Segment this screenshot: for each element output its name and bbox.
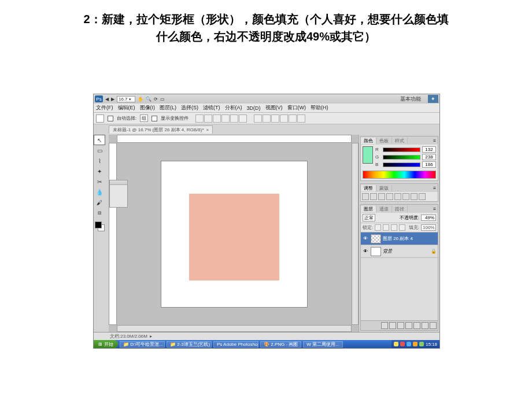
layer-mask-icon[interactable] <box>397 322 404 329</box>
lock-position-icon[interactable] <box>391 224 397 231</box>
layer-fx-icon[interactable] <box>389 322 396 329</box>
foreground-color-swatch[interactable] <box>95 221 102 228</box>
lock-pixels-icon[interactable] <box>383 224 389 231</box>
zoom-tool-icon[interactable]: 🔍 <box>146 97 152 102</box>
visibility-icon[interactable]: 👁 <box>362 236 369 241</box>
tab-color[interactable]: 颜色 <box>361 138 376 144</box>
show-transform-checkbox[interactable] <box>152 116 157 121</box>
fill-value[interactable]: 100% <box>421 224 436 231</box>
document-tab[interactable]: 未标题-1 @ 16.7% (图层 26 副本 4, RGB/8)* × <box>109 125 213 134</box>
menu-file[interactable]: 文件(F) <box>96 104 113 112</box>
b-slider[interactable] <box>383 162 420 167</box>
artboard[interactable] <box>161 161 307 307</box>
panel-menu-icon[interactable]: ≡ <box>431 186 438 191</box>
taskbar-item[interactable]: 🎨 2.PNG - 画图 <box>260 341 301 348</box>
menu-view[interactable]: 视图(V) <box>265 104 283 112</box>
wand-tool[interactable]: ✦ <box>94 166 105 176</box>
clock[interactable]: 15:18 <box>426 342 437 347</box>
g-value[interactable]: 238 <box>422 154 436 160</box>
align-btn-1[interactable] <box>195 114 204 123</box>
adjust-btn[interactable] <box>402 193 409 200</box>
tab-swatches[interactable]: 色板 <box>376 138 392 144</box>
link-layers-icon[interactable] <box>381 322 388 329</box>
layer-name[interactable]: 图层 26 副本 4 <box>383 235 437 242</box>
align-btn-5[interactable] <box>230 114 238 123</box>
align-btn-6[interactable] <box>239 114 247 123</box>
adjust-btn[interactable] <box>378 193 385 200</box>
menu-window[interactable]: 窗口(W) <box>287 104 306 112</box>
adjust-btn[interactable] <box>386 193 393 200</box>
group-icon[interactable] <box>413 322 420 329</box>
adjust-btn[interactable] <box>370 193 377 200</box>
color-preview[interactable] <box>363 146 373 164</box>
menu-filter[interactable]: 滤镜(T) <box>203 104 220 112</box>
menu-analysis[interactable]: 分析(A) <box>225 104 242 112</box>
nav-forward-icon[interactable]: ▶ <box>111 97 114 102</box>
adjust-btn[interactable] <box>411 193 418 200</box>
move-tool[interactable]: ↖ <box>94 135 105 145</box>
workspace-label[interactable]: 基本功能 <box>400 95 421 103</box>
zoom-dropdown[interactable]: 16.7 <box>117 96 135 102</box>
vertical-scrollbar[interactable] <box>352 143 359 325</box>
taskbar-item[interactable]: W 第二周使用... <box>303 341 342 348</box>
r-slider[interactable] <box>383 147 420 152</box>
g-slider[interactable] <box>383 155 420 160</box>
status-dropdown-icon[interactable]: ▸ <box>150 334 152 339</box>
adjust-btn[interactable] <box>394 193 401 200</box>
adjust-btn[interactable] <box>419 193 426 200</box>
hand-tool-icon[interactable]: ✋ <box>138 97 143 102</box>
dist-btn-6[interactable] <box>297 114 305 123</box>
floating-mini-panel[interactable] <box>109 180 128 208</box>
lock-transparency-icon[interactable] <box>375 224 381 231</box>
tray-icon[interactable] <box>407 342 411 346</box>
auto-select-dropdown[interactable]: 组 <box>140 114 148 122</box>
r-value[interactable]: 132 <box>422 146 436 153</box>
crop-tool[interactable]: ✂ <box>94 176 105 187</box>
layer-item-background[interactable]: 👁 背景 🔒 <box>361 245 438 258</box>
opacity-value[interactable]: 49% <box>421 215 436 221</box>
b-value[interactable]: 186 <box>422 161 436 168</box>
tray-icon[interactable] <box>400 342 405 346</box>
close-tab-icon[interactable]: × <box>206 127 209 132</box>
dist-btn-3[interactable] <box>271 114 279 123</box>
menu-help[interactable]: 帮助(H) <box>311 104 328 112</box>
tray-icon[interactable] <box>413 342 418 346</box>
auto-select-checkbox[interactable] <box>108 116 113 121</box>
dist-btn-4[interactable] <box>280 114 288 123</box>
taskbar-item[interactable]: Ps Adobe Photoshop... <box>213 341 258 348</box>
align-btn-3[interactable] <box>213 114 221 123</box>
layer-name[interactable]: 背景 <box>383 248 429 254</box>
blend-mode-dropdown[interactable]: 正常 <box>363 214 375 221</box>
brush-tool[interactable]: 🖌 <box>94 197 105 208</box>
tab-paths[interactable]: 路径 <box>392 206 408 212</box>
tab-channels[interactable]: 通道 <box>376 206 392 212</box>
start-button[interactable]: ⊞ 开始 <box>94 340 118 348</box>
menu-layer[interactable]: 图层(L) <box>160 104 176 112</box>
dist-btn-5[interactable] <box>289 114 297 123</box>
menu-edit[interactable]: 编辑(E) <box>118 104 135 112</box>
tab-adjustments[interactable]: 调整 <box>361 185 376 191</box>
horizontal-scrollbar[interactable] <box>117 325 352 332</box>
lasso-tool[interactable]: ⌇ <box>94 156 105 166</box>
layer-thumbnail[interactable] <box>371 234 381 243</box>
adjustment-layer-icon[interactable] <box>405 322 412 329</box>
tray-icon[interactable] <box>419 342 424 346</box>
panel-menu-icon[interactable]: ≡ <box>431 138 438 143</box>
menu-image[interactable]: 图像(I) <box>140 104 156 112</box>
align-btn-4[interactable] <box>221 114 230 123</box>
adjust-btn[interactable] <box>362 193 369 200</box>
view-rotate-icon[interactable]: ⟳ <box>154 97 158 102</box>
menu-select[interactable]: 选择(S) <box>181 104 198 112</box>
tray-icon[interactable] <box>394 342 398 346</box>
layer-thumbnail[interactable] <box>371 247 381 256</box>
dist-btn-1[interactable] <box>254 114 262 123</box>
vertical-ruler[interactable] <box>109 143 117 325</box>
eyedropper-tool[interactable]: 💧 <box>94 187 105 197</box>
delete-layer-icon[interactable] <box>430 322 437 329</box>
align-btn-2[interactable] <box>204 114 212 123</box>
horizontal-ruler[interactable] <box>117 135 352 143</box>
visibility-icon[interactable]: 👁 <box>362 249 369 254</box>
taskbar-item[interactable]: 📁 2-3谭玉兰(艺线) <box>167 341 212 348</box>
taskbar-item[interactable]: 📁 D:\可牛绘景混... <box>120 341 165 348</box>
tab-masks[interactable]: 蒙版 <box>376 185 392 191</box>
